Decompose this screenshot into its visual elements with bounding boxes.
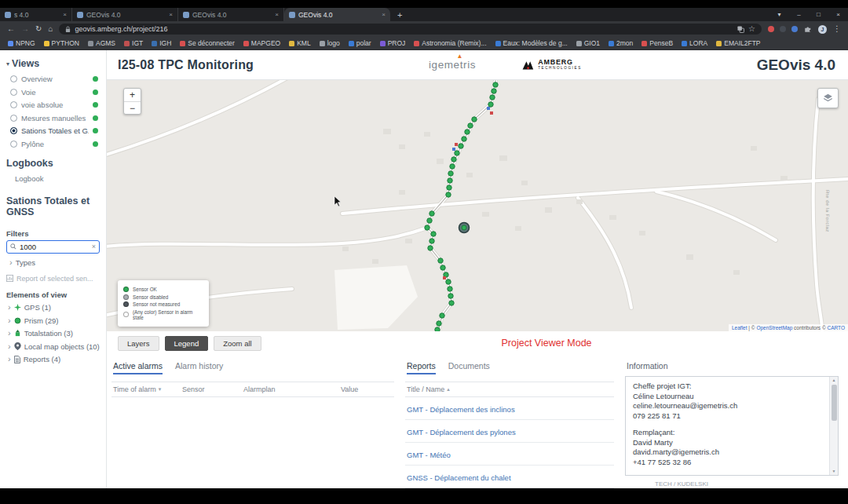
sensor-marker[interactable] [468,123,473,128]
bookmark-item-email2ftp[interactable]: EMAIL2FTP [716,39,760,47]
sensor-marker[interactable] [449,301,454,305]
alarm-column-sensor[interactable]: Sensor [182,385,243,393]
sensor-marker[interactable] [492,89,496,93]
sensor-marker[interactable] [425,225,429,230]
tab-close-icon[interactable]: × [63,11,67,18]
alarm-column-alarmplan[interactable]: Alarmplan [243,385,341,393]
zoom-out-button[interactable]: − [124,101,141,114]
profile-avatar[interactable]: J [818,25,827,34]
map[interactable]: Rte de la Forclaz + − Sensor OKSensor di… [107,80,848,331]
bookmark-item-kml[interactable]: KML [289,39,310,47]
sensor-marker-special[interactable] [490,111,493,115]
sensor-marker-special[interactable] [487,107,490,110]
sensor-marker[interactable] [450,164,455,169]
home-icon[interactable]: ⌂ [48,25,53,33]
bookmark-item-python[interactable]: PYTHON [44,39,79,47]
scrollbar-thumb[interactable] [832,385,837,421]
sensor-marker[interactable] [472,117,477,122]
report-row[interactable]: GNSS - Déplacement du chalet [405,466,614,488]
osm-link[interactable]: OpenStreetMap [756,325,792,331]
sensor-marker-special[interactable] [443,276,446,279]
types-item[interactable]: › Types [0,258,106,267]
report-link[interactable]: GMT - Météo [407,451,451,459]
puzzle-icon[interactable] [804,25,812,33]
leaflet-link[interactable]: Leaflet [732,325,747,331]
report-table-header[interactable]: Title / Name ▴ [405,382,614,397]
view-option-pyl-ne[interactable]: Pylône [0,137,106,151]
bookmark-item-npng[interactable]: NPNG [8,39,35,47]
carto-link[interactable]: CARTO [827,325,845,331]
report-row[interactable]: GMT - Météo [405,443,614,466]
sensor-marker[interactable] [440,265,445,270]
browser-tab[interactable]: GEOvis 4.0× [178,8,284,21]
tab-alarm-history[interactable]: Alarm history [175,361,223,374]
sensor-marker[interactable] [451,157,456,162]
tab-search-icon[interactable]: ▾ [769,8,789,21]
sensor-marker[interactable] [493,82,498,87]
clear-icon[interactable]: × [92,243,96,250]
sensor-marker[interactable] [448,178,452,183]
layers-control[interactable] [817,88,839,108]
browser-tab[interactable]: GEOvis 4.0× [72,8,178,21]
bookmark-item-lora[interactable]: LORA [682,39,707,47]
report-link[interactable]: GMT - Déplacement des pylones [407,428,516,436]
tab-close-icon[interactable]: × [275,11,279,18]
bookmark-item-penseb[interactable]: PenseB [641,39,673,47]
logbooks-heading[interactable]: Logbooks [0,150,106,172]
menu-icon[interactable]: ⋮ [833,25,841,33]
sensor-filter[interactable]: × [6,240,100,254]
maximize-button[interactable]: □ [809,8,828,21]
bookmark-item-igt[interactable]: IGT [124,39,143,47]
alarm-column-time-of-alarm[interactable]: Time of alarm▾ [113,385,182,393]
sensor-marker[interactable] [438,258,443,263]
sensor-marker[interactable] [447,185,451,190]
sensor-marker[interactable] [429,239,434,243]
views-heading[interactable]: ▾ Views [0,50,106,72]
bookmark-item-proj[interactable]: PROJ [380,39,406,47]
sensor-marker[interactable] [431,232,436,236]
back-icon[interactable]: ← [7,25,15,33]
sensor-marker[interactable] [427,218,432,223]
browser-tab[interactable]: s 4.0× [0,8,72,21]
sensor-marker[interactable] [455,151,459,155]
sensor-marker[interactable] [440,313,444,318]
sensor-marker[interactable] [462,137,466,141]
sensor-marker[interactable] [448,287,452,291]
sensor-marker[interactable] [446,192,451,197]
sensor-marker[interactable] [448,171,453,176]
tab-active-alarms[interactable]: Active alarms [113,361,163,374]
sensor-marker[interactable] [429,211,434,216]
forward-icon[interactable]: → [21,25,29,33]
bookmark-item-se-d-connecter[interactable]: Se déconnecter [180,39,235,47]
new-tab-button[interactable]: + [390,8,409,21]
url-text[interactable]: geovis.amberg.ch/project/216 [75,25,733,33]
bookmark-item-polar[interactable]: polar [349,39,371,47]
scrollbar[interactable]: ▲ ▼ [829,377,838,475]
sensor-marker[interactable] [446,279,451,284]
bookmark-item-agms[interactable]: AGMS [88,39,115,47]
tab-reports[interactable]: Reports [407,361,436,374]
scroll-up-icon[interactable]: ▲ [832,377,836,384]
url-bar[interactable]: geovis.amberg.ch/project/216 ☆ [59,24,762,35]
bookmark-item-2mon[interactable]: 2mon [609,39,633,47]
alarm-column-value[interactable]: Value [341,385,393,393]
map-zoom-all-button[interactable]: Zoom all [214,336,261,351]
bookmark-item-logo[interactable]: logo [320,39,340,47]
sensor-marker[interactable] [428,246,433,250]
close-button[interactable]: × [828,8,848,21]
sensor-marker[interactable] [488,102,493,107]
view-option-overview[interactable]: Overview [0,72,106,86]
sensor-marker[interactable] [448,294,453,298]
bookmark-item-gio1[interactable]: GIO1 [576,39,600,47]
sensor-marker-special[interactable] [452,148,455,151]
minimize-button[interactable]: – [789,8,809,21]
tab-documents[interactable]: Documents [448,361,490,374]
extension-icon[interactable] [780,26,786,32]
translate-icon[interactable] [737,26,744,33]
sensor-marker[interactable] [490,95,495,100]
element-totalstation-3[interactable]: ›Totalstation (3) [0,327,106,341]
report-link[interactable]: GNSS - Déplacement du chalet [407,473,511,482]
element-gps-1[interactable]: ›GPS (1) [0,301,106,315]
tab-close-icon[interactable]: × [382,11,386,18]
bookmark-item-mapgeo[interactable]: MAPGEO [243,39,280,47]
